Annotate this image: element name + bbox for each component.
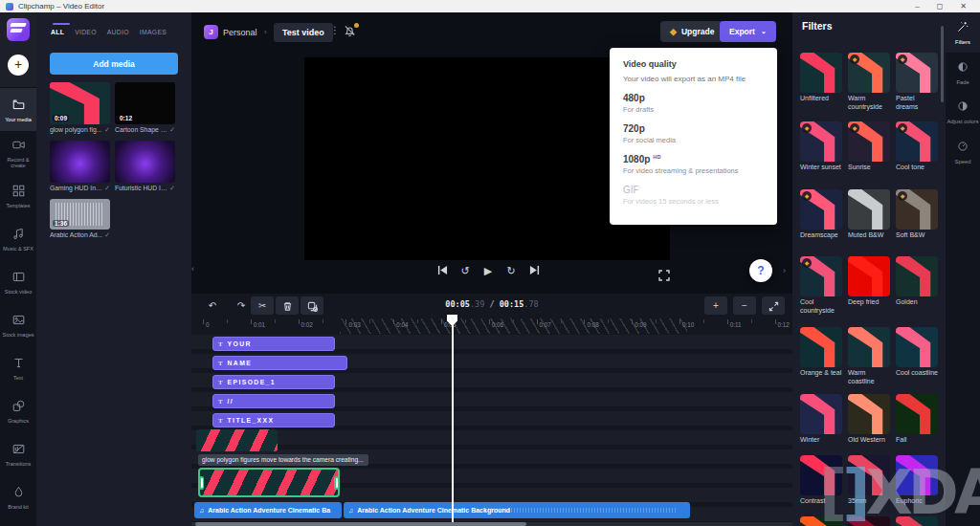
filter-partial-23[interactable] xyxy=(848,516,890,526)
minimize-button[interactable]: – xyxy=(915,2,919,11)
expand-panel-right-icon[interactable]: › xyxy=(783,266,786,275)
filter-unfiltered[interactable]: Unfiltered xyxy=(800,53,842,103)
export-option-desc: For video streaming & presentations xyxy=(623,166,764,175)
text-clip-label: YOUR xyxy=(228,340,252,347)
filter-golden[interactable]: Golden xyxy=(896,256,938,307)
trim-handle-right[interactable] xyxy=(334,476,339,490)
tool-tab-speed[interactable]: Speed xyxy=(946,132,980,172)
ruler-tick-label: 0:06 xyxy=(492,321,503,328)
upgrade-button[interactable]: ◆ Upgrade xyxy=(660,21,724,42)
premium-gem-icon: ◆ xyxy=(802,191,812,201)
media-item-cartoon-shape-el[interactable]: 0:12Cartoon Shape El...✓ xyxy=(115,82,175,134)
help-button[interactable]: ? xyxy=(749,259,772,282)
filter-name: Golden xyxy=(896,298,938,307)
project-menu-button[interactable]: ⋮ xyxy=(330,25,340,35)
sidebar-item-graphics[interactable]: Graphics xyxy=(0,389,36,432)
sidebar-item-music-sfx[interactable]: Music & SFX xyxy=(0,217,36,260)
collapse-panel-left-icon[interactable]: ‹ xyxy=(191,264,194,274)
ribbon-graphic xyxy=(848,516,890,526)
export-option-480p[interactable]: 480pFor drafts xyxy=(623,93,764,114)
filter-winter[interactable]: Winter xyxy=(800,394,842,445)
zoom-out-button[interactable]: − xyxy=(733,296,756,315)
filter-sunrise[interactable]: ◆Sunrise xyxy=(848,121,890,172)
export-menu-title: Video quality xyxy=(623,59,764,69)
text-clip-[interactable]: T// xyxy=(212,394,335,408)
export-button[interactable]: Export ⌄ xyxy=(720,21,776,42)
filter-winter-sunset[interactable]: ◆Winter sunset xyxy=(800,121,842,172)
media-item-futuristic-hud-int[interactable]: Futuristic HUD Int...✓ xyxy=(115,141,175,192)
text-clip-title-xxx[interactable]: TTITLE_XXX xyxy=(212,413,335,427)
export-option-1080p[interactable]: 1080p HDFor video streaming & presentati… xyxy=(623,154,764,175)
timeline-scrollbar-thumb[interactable] xyxy=(195,522,526,526)
audio-clip-1[interactable]: ♫Arabic Action Adventure Cinematic Ba xyxy=(194,502,342,518)
selected-video-clip[interactable] xyxy=(198,468,340,497)
filter-thumbnail xyxy=(800,53,842,93)
sidebar-item-your-media[interactable]: Your media xyxy=(0,88,36,131)
filter-cool-tone[interactable]: ◆Cool tone xyxy=(896,121,938,172)
zoom-fit-button[interactable] xyxy=(762,296,785,315)
tool-tab-adjust-colors[interactable]: Adjust colors xyxy=(946,92,980,132)
filter-soft-b-w[interactable]: ◆Soft B&W xyxy=(896,189,938,240)
timeline-ruler[interactable]: 00:010:020:030:040:050:060:070:080:090:1… xyxy=(191,318,792,335)
filter-euphoric[interactable]: Euphoric xyxy=(896,455,938,506)
text-clip-your[interactable]: TYOUR xyxy=(212,337,335,351)
filter-orange-teal[interactable]: Orange & teal xyxy=(800,327,842,378)
ruler-tick xyxy=(775,319,776,324)
filter-35mm[interactable]: 35mm xyxy=(848,455,890,506)
music-note-icon: ♫ xyxy=(199,507,204,514)
ruler-tick-label: 0:03 xyxy=(348,321,360,328)
zoom-in-button[interactable]: + xyxy=(704,296,727,315)
grid-icon xyxy=(12,184,25,201)
sidebar-item-templates[interactable]: Templates xyxy=(0,174,36,217)
filter-warm-countryside[interactable]: ◆Warm countryside xyxy=(848,53,890,111)
text-clip-name[interactable]: TNAME xyxy=(212,356,347,370)
filter-warm-coastline[interactable]: Warm coastline xyxy=(848,327,890,385)
workspace-avatar[interactable]: J xyxy=(204,25,218,39)
sidebar-item-transitions[interactable]: Transitions xyxy=(0,432,36,475)
filter-fall[interactable]: Fall xyxy=(896,394,938,445)
add-button[interactable]: + xyxy=(8,55,29,76)
fullscreen-button[interactable] xyxy=(658,268,670,285)
tool-tab-fade[interactable]: Fade xyxy=(946,53,980,93)
filter-old-western[interactable]: Old Western xyxy=(848,394,890,445)
filter-cool-coastline[interactable]: Cool coastline xyxy=(896,327,938,378)
tool-tab-filters[interactable]: Filters xyxy=(946,12,980,53)
export-quality-menu: Video quality Your video will export as … xyxy=(610,48,777,225)
breadcrumb-workspace[interactable]: Personal xyxy=(223,28,257,37)
notifications-off-icon[interactable] xyxy=(343,24,360,39)
filter-partial-24[interactable] xyxy=(896,516,938,526)
skip-end-button[interactable] xyxy=(527,265,541,277)
text-clip-episode-1[interactable]: TEPISODE_1 xyxy=(212,375,335,389)
filters-scrollbar[interactable] xyxy=(941,26,944,102)
forward-button[interactable]: ↻ xyxy=(504,265,518,277)
premium-gem-icon: ◆ xyxy=(670,27,677,36)
filter-dreamscape[interactable]: ◆Dreamscape xyxy=(800,189,842,240)
audio-clip-2[interactable]: ♫Arabic Action Adventure Cinematic Backg… xyxy=(344,502,690,518)
export-option-720p[interactable]: 720pFor social media xyxy=(623,123,764,144)
media-item-gaming-hud-inte[interactable]: Gaming HUD Inte...✓ xyxy=(50,141,110,192)
media-item-glow-polygon-fig[interactable]: 0:09glow polygon fig...✓ xyxy=(50,82,110,134)
close-button[interactable]: ✕ xyxy=(960,2,967,11)
sidebar-item-record-create[interactable]: Record & create xyxy=(0,131,36,174)
filter-pastel-dreams[interactable]: ◆Pastel dreams xyxy=(896,53,938,111)
filter-contrast[interactable]: Contrast xyxy=(800,455,842,506)
rewind-button[interactable]: ↺ xyxy=(458,265,472,277)
project-title-input[interactable]: Test video xyxy=(274,23,333,42)
filter-muted-b-w[interactable]: Muted B&W xyxy=(848,189,890,240)
play-button[interactable]: ▶ xyxy=(481,265,495,277)
ruler-tick xyxy=(203,319,204,324)
filter-deep-fried[interactable]: Deep fried xyxy=(848,256,890,307)
sidebar-item-text[interactable]: Text xyxy=(0,346,36,389)
trim-handle-left[interactable] xyxy=(199,476,204,490)
filter-cool-countryside[interactable]: ◆Cool countryside xyxy=(800,256,842,315)
filter-partial-22[interactable] xyxy=(800,516,842,526)
ruler-tick-label: 0:02 xyxy=(301,321,313,328)
skip-start-button[interactable] xyxy=(435,265,449,277)
video-clip-ghost[interactable] xyxy=(196,429,278,451)
sidebar-item-brand-kit[interactable]: Brand kit xyxy=(0,475,36,518)
media-item-arabic-action-ad[interactable]: 1:36Arabic Action Ad...✓ xyxy=(50,199,110,239)
maximize-button[interactable]: ◻ xyxy=(937,2,944,11)
sidebar-item-stock-video[interactable]: Stock video xyxy=(0,260,36,303)
sidebar-item-stock-images[interactable]: Stock images xyxy=(0,303,36,346)
media-thumbnail: 1:36 xyxy=(50,199,110,230)
